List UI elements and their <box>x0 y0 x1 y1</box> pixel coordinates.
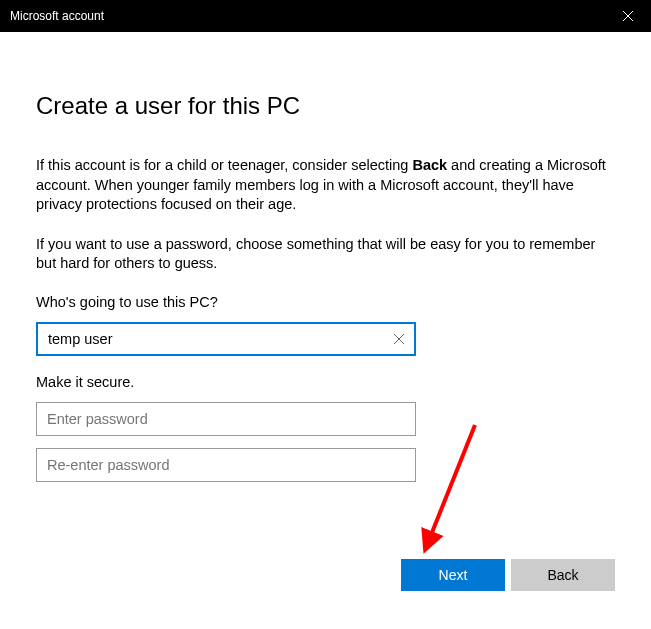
dialog-window: Microsoft account Create a user for this… <box>0 0 651 629</box>
close-icon <box>393 333 405 345</box>
password-input[interactable] <box>36 402 416 436</box>
secure-label: Make it secure. <box>36 374 615 390</box>
para1-bold: Back <box>412 157 447 173</box>
info-paragraph-1: If this account is for a child or teenag… <box>36 156 615 215</box>
titlebar: Microsoft account <box>0 0 651 32</box>
close-button[interactable] <box>605 0 651 32</box>
close-icon <box>623 11 633 21</box>
username-label: Who's going to use this PC? <box>36 294 615 310</box>
page-title: Create a user for this PC <box>36 92 615 120</box>
titlebar-title: Microsoft account <box>10 9 104 23</box>
clear-username-button[interactable] <box>386 326 412 352</box>
back-button[interactable]: Back <box>511 559 615 591</box>
dialog-footer: Next Back <box>401 559 615 591</box>
next-button[interactable]: Next <box>401 559 505 591</box>
password-confirm-input[interactable] <box>36 448 416 482</box>
username-field-wrap <box>36 322 416 356</box>
para1-pre: If this account is for a child or teenag… <box>36 157 412 173</box>
password-field-wrap <box>36 402 416 436</box>
content-area: Create a user for this PC If this accoun… <box>0 32 651 482</box>
username-input[interactable] <box>36 322 416 356</box>
password-confirm-field-wrap <box>36 448 416 482</box>
info-paragraph-2: If you want to use a password, choose so… <box>36 235 615 274</box>
